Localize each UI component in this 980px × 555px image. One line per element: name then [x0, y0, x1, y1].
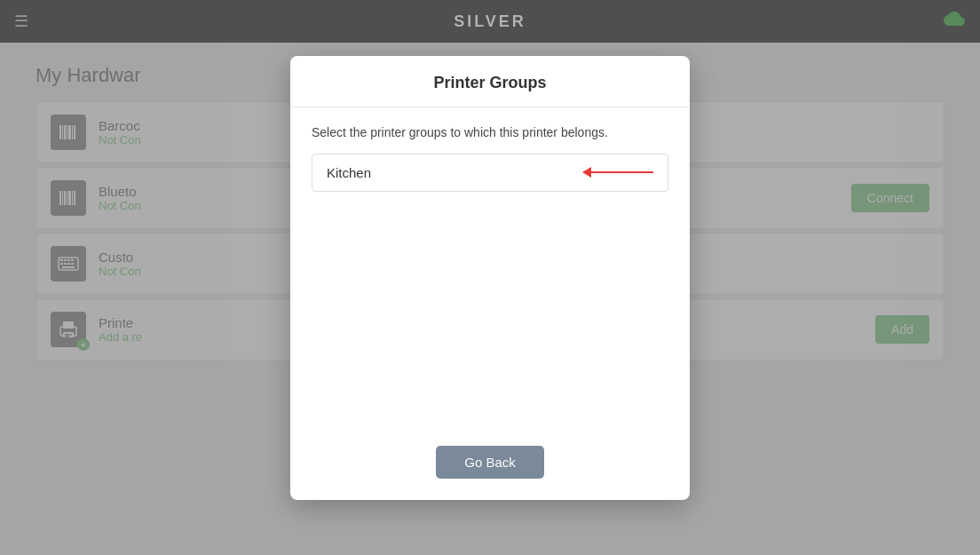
go-back-button[interactable]: Go Back [436, 446, 544, 479]
red-arrow-line [591, 171, 653, 173]
modal-title: Printer Groups [312, 74, 668, 92]
red-arrowhead [582, 167, 591, 178]
group-item-kitchen[interactable]: Kitchen [312, 154, 668, 192]
group-item-label: Kitchen [327, 165, 572, 180]
modal-overlay: Printer Groups Select the printer groups… [0, 0, 980, 555]
red-arrow-indicator [582, 167, 653, 178]
modal-header: Printer Groups [290, 56, 690, 107]
app-background: ☰ SILVER My Hardwar [0, 0, 980, 555]
modal-subtitle: Select the printer groups to which this … [312, 125, 668, 139]
modal-footer: Go Back [290, 432, 690, 500]
modal-body: Select the printer groups to which this … [290, 107, 690, 432]
printer-groups-modal: Printer Groups Select the printer groups… [290, 56, 690, 500]
